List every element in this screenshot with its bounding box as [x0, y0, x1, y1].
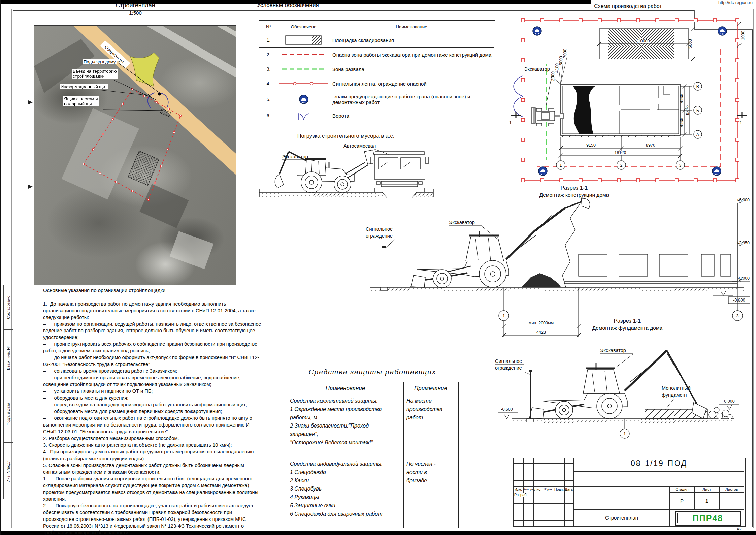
- elev-0000: 0,000: [739, 276, 750, 281]
- excavator-label: Экскаватор: [600, 348, 626, 353]
- dim-8970: 8970: [646, 143, 655, 148]
- scheme-excavator: [531, 108, 563, 126]
- signal-fence: [381, 246, 387, 291]
- legend-row-name: Площадка складирования: [329, 33, 494, 48]
- note-paragraph: – установить плакаты и надписи по ОТ и П…: [43, 388, 262, 395]
- helmet-sign-icon: [712, 167, 721, 176]
- section-number: 1: [509, 120, 512, 125]
- side-label-approved: Согласовано: [3, 285, 13, 330]
- loading-drawing: Экскаватор Автосамосвал: [257, 141, 436, 204]
- drawing-sheet: http://dc-region.ru А2 Согласовано Взам.…: [0, 0, 756, 535]
- fence-label: Сигнальное: [366, 226, 393, 232]
- section2-drawing: Сигнальное ограждение Экскаватор Монолит…: [492, 332, 752, 443]
- sheet-format: А2: [737, 527, 741, 531]
- sheet-label: Лист: [694, 487, 719, 491]
- section2-title: Разрез 1-1: [554, 318, 701, 324]
- label-driveway: Подъезд к дому: [83, 59, 117, 64]
- left-edge: [0, 0, 1, 535]
- axis-2: 2: [620, 163, 623, 168]
- truck-label: Автосамосвал: [343, 143, 376, 149]
- rev-header: Кол.уч.: [523, 487, 533, 491]
- survey-mark-icon: [28, 184, 34, 190]
- legend-header-symbol: Обозначене: [278, 21, 329, 33]
- legend-row-num: 1.: [259, 33, 278, 48]
- elev-minus-0600: -0,600: [733, 298, 745, 303]
- rev-header: Лист: [533, 487, 543, 491]
- photo-blobs: [34, 39, 213, 269]
- section-mark-left: [511, 112, 521, 118]
- notes-title: Основные указания по организации стройпл…: [43, 287, 262, 294]
- danger-zone-line-icon: [278, 48, 329, 62]
- protection-table: Наименование Примечание Средства коллект…: [287, 382, 459, 528]
- dim-18120: 18120: [615, 150, 626, 155]
- satellite-photo: Озерная ул. Подъезд: [34, 25, 236, 285]
- section2-subtitle: Демонтаж фундамента дома: [554, 325, 701, 331]
- siteplan-title: Стройгенплан: [98, 2, 172, 9]
- rev-header: N°док.: [543, 487, 554, 491]
- helmet-sign-icon: [538, 167, 547, 176]
- fence-label: Сигнальное: [495, 358, 522, 364]
- sheet-value: 1: [694, 498, 719, 504]
- dim-10000: 10000: [638, 39, 650, 43]
- collapse-zone: [546, 64, 692, 160]
- label-sandbox: Ящик с песком и пожарный щит: [63, 96, 99, 106]
- legend-row-num: 3.: [259, 62, 278, 76]
- gate-icon: [278, 108, 329, 123]
- section-number: 1: [739, 120, 742, 125]
- axis-a: А: [696, 132, 699, 137]
- protection-title: Средства защиты работающих: [295, 368, 450, 376]
- excavator-label: Экскаватор: [449, 220, 475, 225]
- side-label-podp: Подп. и дата: [3, 386, 13, 443]
- rubble-pile: [521, 273, 561, 287]
- legend-row-num: 2.: [259, 48, 278, 62]
- note-paragraph: – согласовать время производства работ с…: [43, 368, 262, 375]
- dim-4935-bottom: 4935: [679, 118, 684, 127]
- stamp-drawing-title: Стройгенплан: [574, 515, 669, 521]
- stage-value: Р: [669, 498, 694, 504]
- legend-title: Условные обозначения: [257, 2, 319, 9]
- helmet-sign-icon: [718, 27, 727, 35]
- foundation-label: фундамент: [662, 392, 688, 398]
- survey-mark-icon: [28, 99, 34, 105]
- legend-header-num: N°: [259, 21, 278, 33]
- note-paragraph: – перед въездом на площадку производства…: [43, 402, 262, 408]
- side-label-inv: Инв. N°подл.: [3, 442, 13, 499]
- signal-tape-icon: [278, 76, 329, 91]
- note-paragraph: 2. Пожарную безопасность на стройплощадк…: [43, 503, 262, 535]
- helmet-sign-icon: [278, 91, 329, 108]
- sheets-label: Листов: [719, 487, 744, 491]
- foundation-label: Монолитный: [662, 385, 691, 391]
- note-paragraph: – до начала работ необходимо оформить ак…: [43, 354, 262, 368]
- label-infoboard: Информационный щит: [60, 84, 108, 89]
- elev-2950: +2,950: [736, 241, 750, 245]
- side-road-2: [209, 26, 236, 39]
- stage-label: Стадия: [669, 487, 694, 491]
- axis-1: 1: [503, 314, 505, 318]
- rev-header: Дата: [564, 487, 573, 491]
- storage-area-hatch: [128, 151, 159, 185]
- legend-row-name: Сигнальная лента, ограждение опасной: [329, 76, 494, 91]
- excavator-label: Экскаватор: [282, 154, 308, 159]
- bottom-dims: [559, 137, 682, 160]
- dim-9150: 9150: [586, 143, 596, 148]
- note-paragraph: – окончание подготовительных работ на ст…: [43, 415, 262, 435]
- note-paragraph: – приказом по организации, ведущей работ…: [43, 321, 262, 341]
- legend-row-name: -знаки предупреждающие о работе крана (о…: [329, 91, 494, 108]
- dim-1000: 1000: [741, 31, 745, 40]
- storage-hatch-icon: [278, 33, 329, 48]
- doc-number: 08-1/19-ПОД: [574, 459, 744, 468]
- loading-truck: [370, 152, 428, 198]
- protection-row-name: Средства индивидуальной защиты: 1 Спецод…: [287, 458, 404, 528]
- siteplan-scale: 1:500: [98, 10, 172, 16]
- axis-1: 1: [560, 163, 562, 168]
- rev-header: Изм.: [513, 487, 523, 491]
- fence-label: ограждение: [366, 233, 393, 239]
- protection-row-name: Средства коллективной защиты: 1 Огражден…: [287, 395, 404, 458]
- axis-v: В: [696, 84, 699, 89]
- legend-header-name: Наименование: [329, 21, 494, 33]
- section1-title: Разрез 1-1: [502, 185, 647, 191]
- axis-1: 1: [624, 432, 626, 436]
- note-paragraph: – проинструктировать всех рабочих о собл…: [43, 341, 262, 354]
- rev-header: Подп.: [554, 487, 564, 491]
- protection-header-name: Наименование: [287, 382, 404, 395]
